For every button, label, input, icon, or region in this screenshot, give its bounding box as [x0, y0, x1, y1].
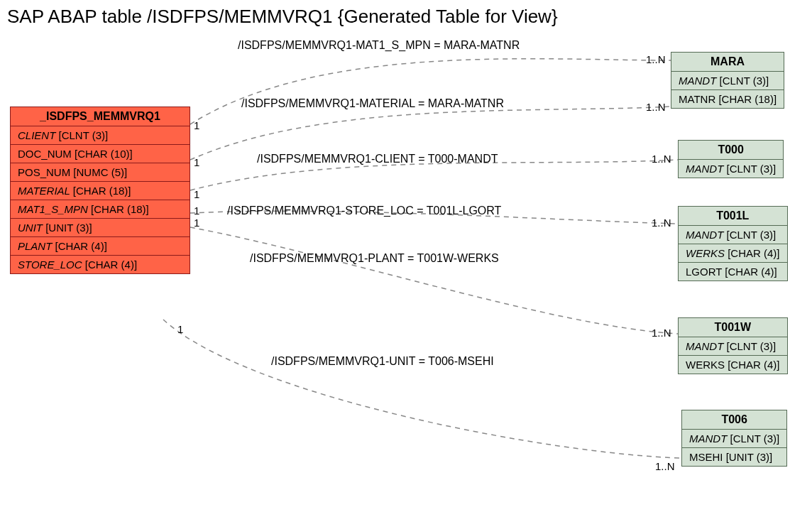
table-row: MATNR [CHAR (18)]	[671, 90, 784, 108]
relation-line	[190, 59, 671, 124]
field-name: MATNR	[679, 93, 718, 105]
field-name: MANDT	[686, 229, 727, 241]
field-name: DOC_NUM	[18, 148, 75, 160]
field-name: POS_NUM	[18, 166, 73, 178]
cardinality-left: 1	[177, 323, 183, 335]
cardinality-right: 1..N	[652, 153, 671, 165]
table-row: MSEHI [UNIT (3)]	[682, 448, 786, 466]
field-type: [UNIT (3)]	[45, 222, 92, 234]
cardinality-right: 1..N	[652, 327, 671, 339]
cardinality-right: 1..N	[646, 101, 666, 113]
table-header: MARA	[671, 53, 784, 72]
table-row: MANDT [CLNT (3)]	[671, 72, 784, 90]
field-type: [CHAR (4)]	[728, 359, 779, 371]
cardinality-left: 1	[194, 119, 199, 131]
diagram-title: SAP ABAP table /ISDFPS/MEMMVRQ1 {Generat…	[7, 6, 558, 28]
field-type: [CHAR (4)]	[55, 240, 107, 252]
field-type: [CHAR (10)]	[75, 148, 133, 160]
table-mara: MARAMANDT [CLNT (3)]MATNR [CHAR (18)]	[671, 52, 784, 109]
field-type: [CHAR (18)]	[91, 203, 149, 215]
relation-label: /ISDFPS/MEMMVRQ1-UNIT = T006-MSEHI	[271, 355, 494, 368]
table-row: MANDT [CLNT (3)]	[679, 160, 783, 178]
table-row: WERKS [CHAR (4)]	[679, 244, 787, 263]
relation-line	[190, 107, 671, 160]
field-name: MANDT	[686, 163, 727, 175]
field-type: [CHAR (4)]	[728, 247, 779, 259]
field-name: STORE_LOC	[18, 258, 85, 271]
table-row: MANDT [CLNT (3)]	[679, 226, 787, 244]
cardinality-left: 1	[194, 156, 199, 168]
field-type: [CLNT (3)]	[727, 340, 777, 352]
cardinality-right: 1..N	[655, 460, 675, 472]
field-name: WERKS	[686, 247, 728, 259]
field-name: MSEHI	[689, 451, 726, 463]
field-type: [CHAR (4)]	[85, 258, 137, 271]
field-name: UNIT	[18, 222, 45, 234]
field-type: [UNIT (3)]	[726, 451, 773, 463]
table-fields: CLIENT [CLNT (3)]DOC_NUM [CHAR (10)]POS_…	[11, 126, 190, 273]
table-row: CLIENT [CLNT (3)]	[11, 126, 190, 145]
relation-label: /ISDFPS/MEMMVRQ1-STORE_LOC = T001L-LGORT	[227, 205, 501, 217]
field-type: [CLNT (3)]	[730, 432, 780, 445]
table-row: MAT1_S_MPN [CHAR (18)]	[11, 200, 190, 219]
table-row: MANDT [CLNT (3)]	[679, 337, 787, 356]
table-header: T006	[682, 410, 786, 430]
table-row: MATERIAL [CHAR (18)]	[11, 182, 190, 200]
field-name: CLIENT	[18, 129, 59, 141]
relation-line	[190, 227, 678, 334]
table-row: PLANT [CHAR (4)]	[11, 237, 190, 256]
table-row: STORE_LOC [CHAR (4)]	[11, 256, 190, 273]
table-header: T001W	[679, 318, 787, 337]
field-name: WERKS	[686, 359, 728, 371]
cardinality-right: 1..N	[646, 53, 666, 65]
table-t001l: T001LMANDT [CLNT (3)]WERKS [CHAR (4)]LGO…	[678, 206, 788, 281]
field-name: MANDT	[679, 75, 720, 87]
table-row: POS_NUM [NUMC (5)]	[11, 163, 190, 182]
relation-line	[163, 320, 681, 458]
table-t000: T000MANDT [CLNT (3)]	[678, 140, 784, 178]
field-type: [CLNT (3)]	[59, 129, 109, 141]
field-name: LGORT	[686, 266, 725, 278]
relation-label: /ISDFPS/MEMMVRQ1-MAT1_S_MPN = MARA-MATNR	[238, 39, 520, 52]
table-header: T000	[679, 141, 783, 160]
field-type: [CHAR (18)]	[718, 93, 777, 105]
table-isdfps-memmvrq1: _ISDFPS_MEMMVRQ1 CLIENT [CLNT (3)]DOC_NU…	[10, 107, 190, 274]
table-header: _ISDFPS_MEMMVRQ1	[11, 107, 190, 126]
field-type: [CHAR (18)]	[73, 185, 131, 197]
cardinality-left: 1	[194, 205, 199, 217]
cardinality-right: 1..N	[652, 217, 671, 229]
field-name: MANDT	[689, 432, 730, 445]
field-name: MAT1_S_MPN	[18, 203, 91, 215]
relation-label: /ISDFPS/MEMMVRQ1-PLANT = T001W-WERKS	[250, 252, 499, 265]
table-row: LGORT [CHAR (4)]	[679, 263, 787, 280]
table-header: T001L	[679, 207, 787, 226]
cardinality-left: 1	[194, 217, 199, 229]
relation-label: /ISDFPS/MEMMVRQ1-CLIENT = T000-MANDT	[257, 153, 498, 165]
field-type: [NUMC (5)]	[73, 166, 127, 178]
field-name: PLANT	[18, 240, 55, 252]
table-t006: T006MANDT [CLNT (3)]MSEHI [UNIT (3)]	[681, 410, 787, 467]
field-name: MATERIAL	[18, 185, 73, 197]
field-type: [CHAR (4)]	[725, 266, 777, 278]
table-t001w: T001WMANDT [CLNT (3)]WERKS [CHAR (4)]	[678, 317, 788, 374]
cardinality-left: 1	[194, 188, 199, 200]
table-row: UNIT [UNIT (3)]	[11, 219, 190, 237]
field-type: [CLNT (3)]	[727, 229, 777, 241]
relation-label: /ISDFPS/MEMMVRQ1-MATERIAL = MARA-MATNR	[241, 97, 504, 110]
table-row: MANDT [CLNT (3)]	[682, 430, 786, 448]
field-name: MANDT	[686, 340, 727, 352]
table-row: WERKS [CHAR (4)]	[679, 356, 787, 374]
field-type: [CLNT (3)]	[727, 163, 777, 175]
field-type: [CLNT (3)]	[720, 75, 769, 87]
table-row: DOC_NUM [CHAR (10)]	[11, 145, 190, 163]
